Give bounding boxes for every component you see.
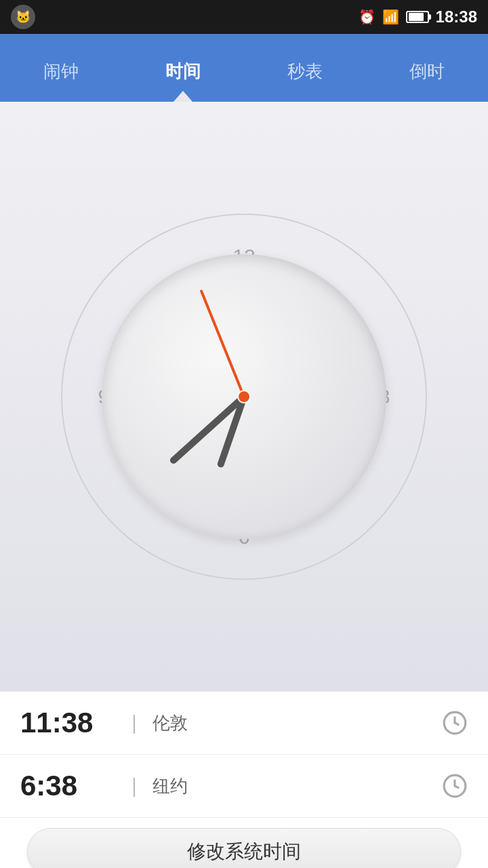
tab-bar: 闹钟 时间 秒表 倒时 xyxy=(0,34,488,102)
tab-alarm[interactable]: 闹钟 xyxy=(0,34,122,102)
divider-1: ｜ xyxy=(125,710,143,736)
tab-stopwatch[interactable]: 秒表 xyxy=(244,34,366,102)
list-item[interactable]: 6:38 ｜ 纽约 xyxy=(0,755,488,818)
newyork-city: 纽约 xyxy=(152,774,442,798)
tab-indicator xyxy=(174,91,192,102)
divider-2: ｜ xyxy=(125,773,143,799)
status-icons: ⏰ 📶 18:38 xyxy=(359,7,477,26)
modify-section: 修改系统时间 xyxy=(0,818,488,868)
status-bar: 🐱 ⏰ 📶 18:38 xyxy=(0,0,488,34)
status-logo: 🐱 xyxy=(11,5,35,29)
clock-container: 12 3 6 9 xyxy=(54,207,434,587)
newyork-time: 6:38 xyxy=(20,770,115,802)
alarm-status-icon: ⏰ xyxy=(359,9,375,25)
list-item[interactable]: 11:38 ｜ 伦敦 xyxy=(0,692,488,755)
center-dot xyxy=(237,390,251,403)
main-content: 12 3 6 9 xyxy=(0,102,488,692)
newyork-clock-icon xyxy=(442,773,468,799)
sim-icon: 📶 xyxy=(382,9,399,25)
modify-system-time-button[interactable]: 修改系统时间 xyxy=(27,828,461,868)
london-time: 11:38 xyxy=(20,707,115,739)
app-logo: 🐱 xyxy=(11,5,35,29)
second-hand xyxy=(199,290,245,397)
world-clocks: 11:38 ｜ 伦敦 6:38 ｜ 纽约 xyxy=(0,692,488,818)
clock-face xyxy=(102,254,386,539)
battery-icon xyxy=(406,11,429,23)
tab-countdown[interactable]: 倒时 xyxy=(366,34,488,102)
london-city: 伦敦 xyxy=(152,711,442,735)
status-time: 18:38 xyxy=(436,7,477,26)
london-clock-icon xyxy=(442,710,468,736)
tab-time[interactable]: 时间 xyxy=(122,34,244,102)
